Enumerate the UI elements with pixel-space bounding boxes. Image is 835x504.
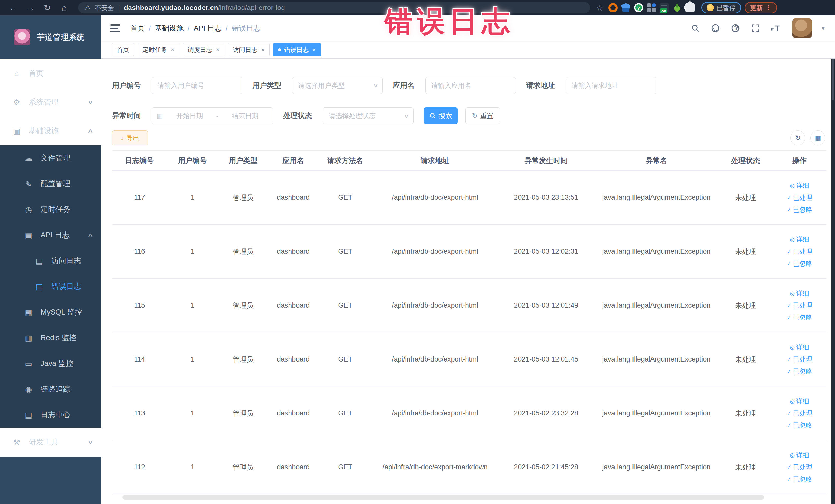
- user-id-input[interactable]: [152, 77, 242, 94]
- action-详细[interactable]: ◎详细: [790, 289, 809, 298]
- refresh-button[interactable]: ↻: [790, 130, 805, 145]
- url-text: dashboard.yudao.iocoder.cn/infra/log/api…: [124, 4, 285, 12]
- export-button[interactable]: ↓ 导出: [112, 130, 148, 145]
- forward-icon[interactable]: →: [24, 3, 37, 13]
- action-已处理[interactable]: ✓已处理: [787, 355, 812, 364]
- chevron-down-icon[interactable]: ▾: [822, 25, 825, 32]
- browser-home-icon[interactable]: ⌂: [58, 3, 71, 13]
- tab-访问日志[interactable]: 访问日志×: [228, 43, 269, 57]
- close-tab-icon[interactable]: ×: [261, 46, 265, 54]
- action-已处理[interactable]: ✓已处理: [787, 247, 812, 256]
- cell-status: 未处理: [719, 355, 773, 364]
- column-header-app: 应用名: [268, 156, 318, 166]
- action-已处理[interactable]: ✓已处理: [787, 193, 812, 202]
- vertical-scrollbar[interactable]: [831, 15, 835, 504]
- reset-button[interactable]: ↻ 重置: [465, 107, 500, 124]
- profile-paused-pill[interactable]: 已暂停: [701, 2, 741, 13]
- date-range-picker[interactable]: ▦ 开始日期 - 结束日期: [152, 107, 273, 124]
- sidebar-item-job[interactable]: ◷定时任务: [0, 197, 101, 222]
- address-bar[interactable]: ⚠ 不安全 | dashboard.yudao.iocoder.cn/infra…: [78, 2, 590, 13]
- column-settings-button[interactable]: ▦: [810, 130, 825, 145]
- cell-status: 未处理: [719, 463, 773, 472]
- extension-sprout-icon[interactable]: [673, 3, 682, 12]
- horizontal-scrollbar[interactable]: [122, 495, 764, 500]
- request-url-input[interactable]: [566, 77, 656, 94]
- user-type-select[interactable]: [292, 77, 383, 94]
- action-详细[interactable]: ◎详细: [790, 451, 809, 459]
- action-已忽略[interactable]: ✓已忽略: [787, 313, 812, 322]
- sidebar-item-java[interactable]: ▭Java 监控: [0, 351, 101, 377]
- action-详细[interactable]: ◎详细: [790, 343, 809, 351]
- action-详细[interactable]: ◎详细: [790, 181, 809, 190]
- extension-onoff-icon[interactable]: on: [660, 3, 669, 12]
- sidebar-item-redis[interactable]: ▥Redis 监控: [0, 325, 101, 351]
- action-label: 已忽略: [793, 259, 812, 268]
- sidebar-item-file[interactable]: ☁文件管理: [0, 145, 101, 171]
- extension-grid-icon[interactable]: [647, 3, 656, 12]
- extension-orange-icon[interactable]: [608, 3, 617, 12]
- sidebar-item-mysql[interactable]: ▦MySQL 监控: [0, 299, 101, 325]
- request-url-label: 请求地址: [526, 81, 555, 90]
- logo-image: [14, 29, 30, 45]
- font-size-icon[interactable]: [770, 23, 780, 33]
- sidebar-item-trace[interactable]: ◉链路追踪: [0, 377, 101, 402]
- breadcrumb-item[interactable]: 首页: [130, 23, 145, 33]
- action-已忽略[interactable]: ✓已忽略: [787, 367, 812, 376]
- app-name-input[interactable]: [425, 77, 516, 94]
- menu-kebab-icon[interactable]: ⋮: [766, 4, 772, 12]
- action-已忽略[interactable]: ✓已忽略: [787, 475, 812, 483]
- back-icon[interactable]: ←: [7, 3, 20, 13]
- reload-icon[interactable]: ↻: [41, 3, 54, 13]
- close-tab-icon[interactable]: ×: [312, 46, 316, 54]
- sidebar-item-label: API 日志: [41, 230, 69, 240]
- tab-首页[interactable]: 首页: [112, 43, 134, 57]
- sidebar-item-home[interactable]: ⌂首页: [0, 59, 101, 88]
- action-已处理[interactable]: ✓已处理: [787, 463, 812, 471]
- search-button-label: 搜索: [439, 112, 452, 120]
- breadcrumb-separator: /: [226, 24, 227, 32]
- tab-错误日志[interactable]: 错误日志×: [273, 43, 321, 57]
- action-已忽略[interactable]: ✓已忽略: [787, 205, 812, 214]
- user-avatar[interactable]: [792, 19, 812, 38]
- close-tab-icon[interactable]: ×: [171, 46, 174, 54]
- cell-url: /api/infra/db-doc/export-html: [372, 301, 498, 309]
- process-status-select[interactable]: [323, 107, 413, 124]
- extension-shield-icon[interactable]: [621, 3, 630, 12]
- tab-调度日志[interactable]: 调度日志×: [183, 43, 224, 57]
- action-已处理[interactable]: ✓已处理: [787, 409, 812, 418]
- cell-method: GET: [318, 463, 372, 471]
- action-详细[interactable]: ◎详细: [790, 397, 809, 405]
- hamburger-icon[interactable]: [110, 24, 120, 32]
- github-icon[interactable]: [710, 23, 720, 33]
- breadcrumb-item[interactable]: 基础设施: [155, 23, 184, 33]
- on-badge: on: [660, 8, 667, 13]
- sidebar-item-api-log[interactable]: ▤API 日志∧: [0, 222, 101, 248]
- sidebar-item-system[interactable]: ⚙系统管理∨: [0, 88, 101, 117]
- logo-row[interactable]: 芋道管理系统: [0, 15, 101, 59]
- action-已忽略[interactable]: ✓已忽略: [787, 421, 812, 429]
- sidebar-item-log-center[interactable]: ▤日志中心: [0, 402, 101, 428]
- extensions-puzzle-icon[interactable]: [685, 3, 695, 12]
- sidebar-item-error-log[interactable]: ▤错误日志: [0, 274, 101, 299]
- fullscreen-icon[interactable]: [750, 23, 760, 33]
- sidebar-item-infra[interactable]: ▣基础设施∧: [0, 117, 101, 145]
- sidebar-item-access-log[interactable]: ▤访问日志: [0, 248, 101, 274]
- help-icon[interactable]: ?: [730, 23, 740, 33]
- sidebar-item-devtools[interactable]: ⚒研发工具∨: [0, 428, 101, 457]
- action-已忽略[interactable]: ✓已忽略: [787, 259, 812, 268]
- browser-update-pill[interactable]: 更新 ⋮: [745, 2, 777, 13]
- column-header-user_type: 用户类型: [218, 156, 268, 166]
- breadcrumb-item[interactable]: API 日志: [194, 23, 222, 33]
- search-button[interactable]: 搜索: [424, 107, 458, 124]
- tab-定时任务[interactable]: 定时任务×: [138, 43, 179, 57]
- close-tab-icon[interactable]: ×: [216, 46, 220, 54]
- extension-y-icon[interactable]: y: [634, 3, 643, 12]
- reset-icon: ↻: [472, 112, 478, 120]
- action-已处理[interactable]: ✓已处理: [787, 301, 812, 310]
- sidebar-item-config[interactable]: ✎配置管理: [0, 171, 101, 197]
- app-name-label: 应用名: [393, 81, 414, 90]
- search-icon[interactable]: [690, 23, 700, 33]
- action-详细[interactable]: ◎详细: [790, 235, 809, 244]
- eye-icon: ◎: [790, 344, 795, 351]
- bookmark-star-icon[interactable]: ☆: [596, 3, 603, 12]
